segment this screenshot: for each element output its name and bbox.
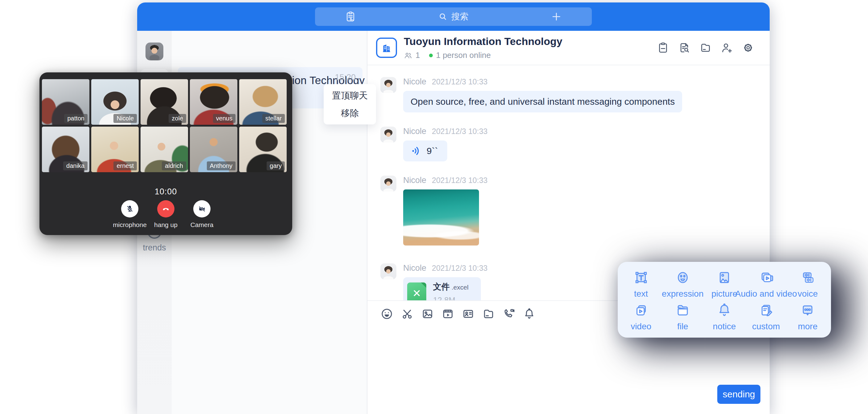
video-tile[interactable]: Nicole (91, 79, 139, 125)
video-icon[interactable] (441, 308, 454, 320)
file-name: 文件 (433, 282, 450, 291)
participant-name: gary (267, 161, 285, 170)
audio-video-icon (758, 269, 774, 286)
panel-item-label: notice (713, 322, 736, 331)
sender-avatar[interactable] (380, 77, 396, 93)
video-tile[interactable]: stellar (239, 79, 287, 125)
search-box[interactable]: 搜索 (386, 7, 521, 26)
panel-item-video[interactable]: video (620, 300, 662, 331)
panel-item-label: expression (662, 289, 704, 299)
video-tile[interactable]: patton (42, 79, 89, 125)
trends-label: trends (143, 243, 166, 253)
camera-label: Camera (190, 221, 214, 229)
online-status: 1 person online (436, 51, 491, 60)
members-icon (404, 51, 412, 60)
sender-name: Nicole (403, 263, 426, 273)
chat-title: Tuoyun Information Technology (404, 35, 562, 47)
participant-name: venus (213, 114, 236, 123)
hang-up-button[interactable]: hang up (148, 200, 184, 229)
add-button[interactable] (521, 7, 592, 26)
panel-item-voice[interactable]: voice (787, 268, 829, 299)
file-size: 12.8M (433, 295, 468, 300)
contact-card-icon[interactable] (462, 308, 475, 320)
emoji-icon[interactable] (380, 308, 393, 320)
settings-gear-icon[interactable] (742, 41, 754, 54)
notice-bell-icon (716, 302, 733, 319)
panel-item-label: voice (798, 289, 818, 299)
voice-icon (799, 269, 816, 286)
notice-bell-icon[interactable] (523, 308, 536, 320)
panel-item-text[interactable]: text (620, 268, 662, 299)
file-extension: .excel (452, 284, 468, 291)
voice-duration: 9`` (427, 146, 438, 156)
search-placeholder: 搜索 (451, 11, 468, 23)
message-timestamp: 2021/12/3 10:33 (432, 176, 488, 185)
picture-icon[interactable] (421, 308, 434, 320)
group-notice-icon[interactable] (657, 41, 669, 54)
participant-name: stellar (262, 114, 285, 123)
message-row: Nicole 2021/12/3 10:33 (380, 176, 770, 246)
excel-file-icon: ✕ (407, 283, 426, 300)
video-tile[interactable]: venus (190, 79, 237, 125)
panel-item-more[interactable]: more (787, 300, 829, 331)
video-tile[interactable]: ernest (91, 127, 139, 172)
panel-item-custom[interactable]: custom (745, 300, 787, 331)
message-timestamp: 2021/12/3 10:33 (432, 264, 488, 273)
panel-item-label: file (677, 322, 688, 331)
voice-message[interactable]: 9`` (403, 140, 447, 161)
user-avatar[interactable] (146, 42, 163, 60)
add-member-icon[interactable] (721, 41, 733, 54)
text-icon (633, 269, 649, 286)
microphone-muted-icon (125, 204, 134, 213)
call-timer: 10:00 (42, 187, 290, 196)
context-menu-pin[interactable]: 置顶聊天 (324, 87, 376, 104)
participant-name: aldrich (162, 161, 186, 170)
file-message[interactable]: ✕ 文件.excel 12.8M (403, 277, 481, 300)
screenshot-scissors-icon[interactable] (401, 308, 414, 320)
video-tile[interactable]: gary (239, 127, 287, 172)
microphone-toggle[interactable]: microphone (112, 200, 148, 229)
screen: 搜索 trends (0, 0, 868, 414)
compose-area[interactable]: sending (367, 327, 770, 414)
message-timestamp: 2021/12/3 10:33 (432, 127, 488, 136)
participant-name: Anthony (207, 161, 236, 170)
text-message[interactable]: Open source, free, and universal instant… (403, 91, 682, 113)
chat-area: Tuoyun Information Technology 1 1 person… (367, 31, 770, 414)
video-call-icon[interactable] (502, 308, 516, 320)
member-count: 1 (415, 51, 420, 60)
file-icon[interactable] (700, 41, 712, 54)
context-menu: 置顶聊天 移除 (324, 84, 376, 124)
panel-item-notice[interactable]: notice (704, 300, 745, 331)
video-tile[interactable]: Anthony (190, 127, 237, 172)
panel-item-label: picture (711, 289, 737, 299)
video-tile[interactable]: zole (141, 79, 188, 125)
camera-toggle[interactable]: Camera (184, 200, 220, 229)
sender-name: Nicole (403, 77, 426, 87)
video-tile[interactable]: danika (42, 127, 89, 172)
image-message[interactable] (403, 189, 479, 246)
call-log-button[interactable] (315, 7, 386, 26)
panel-item-label: more (798, 322, 817, 331)
sender-avatar[interactable] (380, 127, 396, 142)
file-folder-icon[interactable] (482, 308, 495, 320)
send-button[interactable]: sending (717, 385, 761, 404)
voice-wave-icon (410, 146, 422, 157)
sender-name: Nicole (403, 127, 426, 136)
panel-item-label: video (631, 322, 651, 331)
camera-muted-icon (197, 204, 206, 213)
sender-avatar[interactable] (380, 263, 396, 279)
chat-record-search-icon[interactable] (678, 41, 690, 54)
file-folder-icon (675, 302, 691, 319)
panel-item-label: custom (752, 322, 780, 331)
panel-item-file[interactable]: file (662, 300, 704, 331)
participant-name: danika (63, 161, 88, 170)
context-menu-remove[interactable]: 移除 (324, 105, 376, 121)
participant-name: Nicole (114, 114, 137, 123)
panel-item-audio-video[interactable]: Audio and video (745, 268, 787, 299)
group-icon (376, 38, 397, 58)
sender-avatar[interactable] (380, 176, 396, 192)
video-tile[interactable]: aldrich (141, 127, 188, 172)
panel-item-expression[interactable]: expression (662, 268, 704, 299)
picture-icon (716, 269, 733, 286)
more-icon (799, 302, 816, 319)
